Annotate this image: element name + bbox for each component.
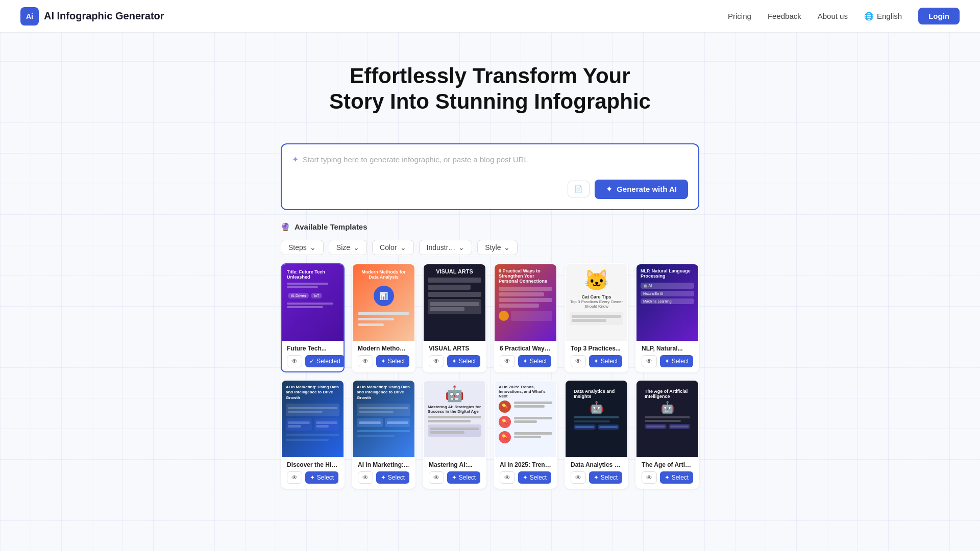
filter-color[interactable]: Color ⌄ <box>372 240 413 255</box>
template-name-7: Discover the Hidde... <box>287 461 338 468</box>
logo-text: AI Infographic Generator <box>44 10 164 22</box>
template-card-discover[interactable]: AI in Marketing: Using Data and Intellig… <box>281 380 345 489</box>
select-button-3[interactable]: ✦ Select <box>447 355 480 367</box>
select-button-12[interactable]: ✦ Select <box>660 471 693 484</box>
select-button-9[interactable]: ✦ Select <box>447 471 480 484</box>
chevron-icon: ⌄ <box>353 243 359 252</box>
template-card-age-of-ai[interactable]: The Age of Artificial Intelligence 🤖 <box>635 380 699 489</box>
eye-icon: 👁 <box>575 474 581 481</box>
preview-button-5[interactable]: 👁 <box>571 355 586 367</box>
template-thumb-11: Data Analytics and Insights 🤖 <box>566 381 627 457</box>
eye-icon: 👁 <box>362 474 369 481</box>
nav-pricing[interactable]: Pricing <box>728 12 751 20</box>
preview-button-10[interactable]: 👁 <box>500 471 515 484</box>
nav-feedback[interactable]: Feedback <box>768 12 801 20</box>
preview-button-2[interactable]: 👁 <box>358 355 373 367</box>
eye-icon: 👁 <box>291 358 298 365</box>
template-card-ai-2025[interactable]: AI in 2025: Trends, Innovations, and Wha… <box>494 380 557 489</box>
template-card-cat-care[interactable]: 🐱 Cat Care Tips Top 3 Practices Every Ow… <box>565 263 628 372</box>
logo-area: Ai AI Infographic Generator <box>20 7 164 26</box>
templates-icon: 🔮 <box>281 222 290 232</box>
main-nav: Pricing Feedback About us 🌐 English Logi… <box>728 8 960 24</box>
template-thumb-2: Modern Methods for Data Analysis 📊 <box>353 264 414 341</box>
preview-button-8[interactable]: 👁 <box>358 471 373 484</box>
sparkle-icon: ✦ <box>594 474 599 481</box>
generate-button[interactable]: ✦ Generate with AI <box>595 180 688 199</box>
sparkle-icon: ✦ <box>523 358 528 365</box>
template-card-future-tech[interactable]: Title: Future Tech Unleashed AI-DrivenIo… <box>281 263 345 372</box>
select-button-7[interactable]: ✦ Select <box>305 471 338 484</box>
preview-button-4[interactable]: 👁 <box>500 355 515 367</box>
template-card-practical-ways[interactable]: 6 Practical Ways to Strengthen Your Pers… <box>494 263 557 372</box>
template-name-12: The Age of Artificia... <box>642 461 693 468</box>
template-thumb-5: 🐱 Cat Care Tips Top 3 Practices Every Ow… <box>566 264 627 341</box>
template-name-11: Data Analytics and... <box>571 461 622 468</box>
eye-icon: 👁 <box>646 474 652 481</box>
eye-icon: 👁 <box>433 474 439 481</box>
eye-icon: 👁 <box>504 474 510 481</box>
select-button-2[interactable]: ✦ Select <box>376 355 409 367</box>
hero-title-line2: Story Into Stunning Infographic <box>214 89 766 114</box>
template-name-4: 6 Practical Ways t... <box>500 345 551 352</box>
preview-button-9[interactable]: 👁 <box>429 471 444 484</box>
templates-section: 🔮 Available Templates Steps ⌄ Size ⌄ Col… <box>281 222 699 489</box>
globe-icon: 🌐 <box>864 12 874 21</box>
select-button-6[interactable]: ✦ Select <box>660 355 693 367</box>
filter-steps[interactable]: Steps ⌄ <box>281 240 324 255</box>
template-card-mastering-ai[interactable]: 🤖 Mastering AI: Strategies for Success i… <box>423 380 486 489</box>
template-thumb-9: 🤖 Mastering AI: Strategies for Success i… <box>424 381 485 457</box>
template-thumb-7: AI in Marketing: Using Data and Intellig… <box>282 381 344 457</box>
template-name-8: AI in Marketing:... <box>358 461 409 468</box>
ai-sparkle-icon: ✦ <box>606 185 612 194</box>
nav-about[interactable]: About us <box>818 12 848 20</box>
file-icon: 📄 <box>574 185 583 193</box>
preview-button-7[interactable]: 👁 <box>287 471 302 484</box>
preview-button-3[interactable]: 👁 <box>429 355 444 367</box>
preview-button-12[interactable]: 👁 <box>642 471 657 484</box>
select-button-1[interactable]: ✓ Selected <box>305 355 345 367</box>
input-actions: 📄 ✦ Generate with AI <box>292 180 688 199</box>
prompt-input-box[interactable]: ✦ Start typing here to generate infograp… <box>281 143 699 210</box>
template-card-visual-arts[interactable]: VISUAL ARTS VISUAL ARTS <box>423 263 486 372</box>
template-name-10: AI in 2025: Trends,... <box>500 461 551 468</box>
template-thumb-1: Title: Future Tech Unleashed AI-DrivenIo… <box>282 264 344 341</box>
sparkle-icon: ✦ <box>452 358 457 365</box>
preview-button-11[interactable]: 👁 <box>571 471 586 484</box>
chevron-icon: ⌄ <box>310 243 316 252</box>
chevron-icon: ⌄ <box>458 243 464 252</box>
select-button-5[interactable]: ✦ Select <box>589 355 622 367</box>
preview-button-6[interactable]: 👁 <box>642 355 657 367</box>
preview-button-1[interactable]: 👁 <box>287 355 302 367</box>
sparkle-icon: ✦ <box>594 358 599 365</box>
filter-size[interactable]: Size ⌄ <box>329 240 367 255</box>
template-name-3: VISUAL ARTS <box>429 345 480 352</box>
template-name-2: Modern Methods f... <box>358 345 409 352</box>
select-button-8[interactable]: ✦ Select <box>376 471 409 484</box>
chevron-icon: ⌄ <box>504 243 510 252</box>
template-name-6: NLP, Natural... <box>642 345 693 352</box>
template-thumb-6: NLP, Natural Language Processing 🤖 AI Na… <box>636 264 698 341</box>
sparkle-icon: ✦ <box>523 474 528 481</box>
sparkle-icon: ✦ <box>381 358 386 365</box>
template-card-modern-methods[interactable]: Modern Methods for Data Analysis 📊 Moder… <box>352 263 415 372</box>
filter-style[interactable]: Style ⌄ <box>477 240 518 255</box>
template-thumb-8: AI in Marketing: Using Data and Intellig… <box>353 381 414 457</box>
select-button-10[interactable]: ✦ Select <box>518 471 551 484</box>
language-button[interactable]: 🌐 English <box>864 12 902 21</box>
template-card-nlp[interactable]: NLP, Natural Language Processing 🤖 AI Na… <box>635 263 699 372</box>
file-upload-button[interactable]: 📄 <box>568 181 590 197</box>
template-grid-row1: Title: Future Tech Unleashed AI-DrivenIo… <box>281 263 699 372</box>
templates-header: 🔮 Available Templates <box>281 222 699 232</box>
login-button[interactable]: Login <box>918 8 960 24</box>
sparkle-icon: ✦ <box>292 155 299 164</box>
filter-industry[interactable]: Industr… ⌄ <box>419 240 473 255</box>
sparkle-icon: ✦ <box>381 474 386 481</box>
template-card-ai-marketing[interactable]: AI in Marketing: Using Data and Intellig… <box>352 380 415 489</box>
select-button-4[interactable]: ✦ Select <box>518 355 551 367</box>
hero-section: Effortlessly Transform Your Story Into S… <box>204 33 776 125</box>
chevron-icon: ⌄ <box>400 243 406 252</box>
eye-icon: 👁 <box>575 358 581 365</box>
template-card-data-analytics[interactable]: Data Analytics and Insights 🤖 <box>565 380 628 489</box>
select-button-11[interactable]: ✦ Select <box>589 471 622 484</box>
filter-bar: Steps ⌄ Size ⌄ Color ⌄ Industr… ⌄ Style … <box>281 240 699 255</box>
